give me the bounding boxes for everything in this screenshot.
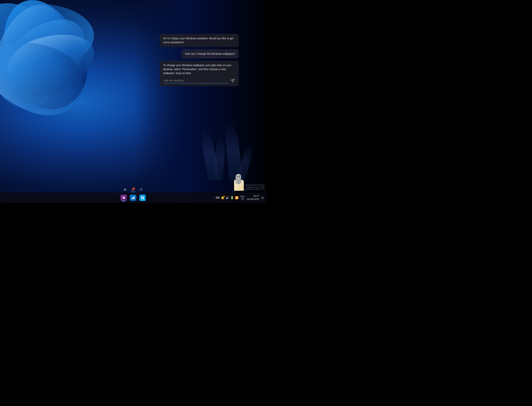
store-svg xyxy=(141,196,144,200)
tray-chevron[interactable]: ^ xyxy=(213,197,214,199)
taskbar-center xyxy=(120,194,146,202)
clippy-eye-left xyxy=(237,176,238,177)
visual-studio-icon xyxy=(121,195,127,201)
chat-message-text: Hi! I'm Clippy, your Windows assistant. … xyxy=(163,37,233,44)
taskbar-right: ^ ⌨ 🔔 🔊 🔋 📶 ENG DA 18:27 26-06-2023 ⚙ xyxy=(213,195,264,201)
clippy-eye-right xyxy=(239,176,240,177)
clippy-mascot[interactable] xyxy=(232,174,247,191)
svg-rect-2 xyxy=(134,196,135,199)
settings-toolbar-icon[interactable]: ⚙ xyxy=(124,188,126,192)
lang-eng: ENG xyxy=(240,195,245,198)
tray-battery-icon[interactable]: 🔋 xyxy=(230,196,234,199)
tray-settings-icon[interactable]: ⚙ xyxy=(261,196,264,200)
refresh-toolbar-icon[interactable]: ↺ xyxy=(140,188,143,192)
send-icon xyxy=(231,79,235,83)
clippy-eyes xyxy=(237,176,240,177)
chart-svg xyxy=(131,196,135,200)
pin-toolbar-icon[interactable]: 📌 xyxy=(131,187,135,192)
taskbar: ^ ⌨ 🔔 🔊 🔋 📶 ENG DA 18:27 26-06-2023 ⚙ xyxy=(0,192,266,203)
chat-input[interactable] xyxy=(163,78,228,83)
clock-time: 18:27 xyxy=(253,195,259,198)
clippy-line-3 xyxy=(236,184,242,185)
send-button[interactable] xyxy=(230,78,235,83)
lang-da: DA xyxy=(241,198,244,200)
chart-icon xyxy=(130,195,136,201)
svg-rect-1 xyxy=(133,197,133,199)
clippy-body xyxy=(232,174,247,191)
svg-rect-0 xyxy=(131,198,132,199)
desktop: Hi! I'm Clippy, your Windows assistant. … xyxy=(0,0,266,203)
chat-bubble-user-1: How can I change the Windows wallpaper? xyxy=(182,49,239,58)
tray-keyboard-icon[interactable]: ⌨ xyxy=(216,196,220,199)
svg-rect-5 xyxy=(141,198,142,199)
taskbar-app-store[interactable] xyxy=(138,194,146,202)
chat-message-text: How can I change the Windows wallpaper? xyxy=(185,52,235,55)
tray-wifi-icon[interactable]: 📶 xyxy=(235,196,239,199)
wallpaper-art xyxy=(0,0,135,158)
clock-date: 26-06-2023 xyxy=(247,198,259,201)
clippy-clip xyxy=(236,174,241,184)
svg-rect-6 xyxy=(143,198,144,199)
language-indicator[interactable]: ENG DA xyxy=(240,195,245,200)
chat-message-text: To change your Windows wallpaper, just r… xyxy=(163,64,231,75)
store-icon xyxy=(139,195,146,201)
plant xyxy=(213,135,227,181)
chat-input-area xyxy=(163,78,235,83)
chat-panel: Hi! I'm Clippy, your Windows assistant. … xyxy=(160,34,239,86)
svg-rect-4 xyxy=(143,196,144,197)
tray-notification-icon[interactable]: 🔔 xyxy=(221,196,225,199)
taskbar-app-analytics[interactable] xyxy=(129,194,137,202)
svg-rect-3 xyxy=(141,196,142,197)
vs-svg xyxy=(122,196,126,200)
bottom-toolbar: ⚙ 📌 ↺ xyxy=(124,187,143,192)
taskbar-app-visual-studio[interactable] xyxy=(120,194,128,202)
tray-volume-icon[interactable]: 🔊 xyxy=(226,196,229,199)
underwater-plants xyxy=(200,105,257,181)
system-clock[interactable]: 18:27 26-06-2023 xyxy=(247,195,259,201)
chat-bubble-assistant-2: To change your Windows wallpaper, just r… xyxy=(160,61,239,86)
chat-bubble-assistant-1: Hi! I'm Clippy, your Windows assistant. … xyxy=(160,34,239,47)
tray-icons: ⌨ 🔔 🔊 🔋 📶 xyxy=(216,196,239,199)
